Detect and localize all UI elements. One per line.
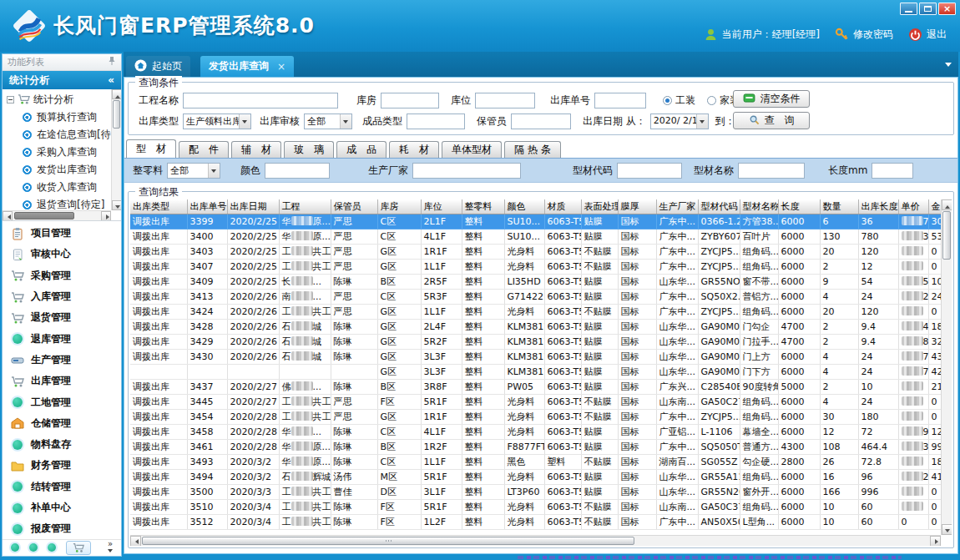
maximize-button[interactable] [919,3,937,15]
material-tab-7[interactable]: 隔 热 条 [504,141,561,158]
col-header-9[interactable]: 材质 [544,199,581,214]
sidebar-module-4[interactable]: 退货管理 [3,307,121,328]
col-header-5[interactable]: 库房 [377,199,421,214]
material-tab-3[interactable]: 玻 璃 [284,141,334,158]
table-row[interactable]: 调拨出库34072020/2/25工共工程严思G区1L1F整料光身料6063-T… [130,259,948,274]
col-header-6[interactable]: 库位 [421,199,462,214]
scroll-left-arrow[interactable] [130,536,141,546]
table-row[interactable]: 调拨出库34542020/2/28工共工程严思G区1R1F整料光身料6063-T… [130,409,948,424]
module-dot-icon[interactable] [48,543,56,552]
table-vertical-scrollbar[interactable] [941,199,952,535]
tree-item-5[interactable]: 退货查询[待定] [3,196,111,210]
col-header-2[interactable]: 出库日期 [227,199,279,214]
col-header-14[interactable]: 型材名称 [740,199,778,214]
tree-item-2[interactable]: 采购入库查询 [3,144,111,161]
table-row[interactable]: 调拨出库35102020/3/4工共工程陈琳F区5R1F整料光身料6063-T5… [130,499,948,514]
scroll-up-arrow[interactable] [112,89,121,99]
col-header-4[interactable]: 保管员 [331,199,377,214]
search-button[interactable]: 查 询 [733,112,810,129]
col-header-8[interactable]: 颜色 [504,199,544,214]
project-name-input[interactable] [183,93,338,108]
tab-home[interactable]: 起始页 [126,56,190,77]
sidebar-module-1[interactable]: 审核中心 [3,244,121,265]
product-type-input[interactable] [407,114,465,129]
tree-root-statistics[interactable]: 统计分析 [3,91,111,108]
col-header-16[interactable]: 数量 [820,199,858,214]
minimize-button[interactable] [900,3,917,15]
scroll-thumb[interactable] [142,537,634,545]
table-row[interactable]: 调拨出库34132020/2/26南...严思C区5R3F整料G71422606… [130,289,948,304]
sidebar-module-2[interactable]: 采购管理 [3,265,121,286]
table-row[interactable]: 调拨出库34032020/2/25工共工程严思G区1R1F整料光身料6063-T… [130,244,948,259]
tree-item-0[interactable]: 预算执行查询 [3,108,111,126]
table-row[interactable]: 调拨出库34942020/3/2石辉城汤伟M区5R1F整料光身料6063-T5贴… [130,469,948,484]
table-row[interactable]: 调拨出库34282020/2/26石城陈琳G区2L4F整料KLM38176063… [130,319,948,334]
date-from-select[interactable]: 2020/ 2/16 [650,114,709,129]
material-tab-4[interactable]: 成 品 [336,141,387,158]
table-row[interactable]: G区3L3F整料KLM38176063-T5贴膜国标山东华...GA90M09.… [130,364,948,379]
col-header-15[interactable]: 长度 [778,199,820,214]
tree-item-1[interactable]: 在途信息查询[待 [3,126,111,144]
tree-horizontal-scrollbar[interactable] [3,210,111,220]
scroll-right-arrow[interactable] [101,211,111,221]
col-header-18[interactable]: 单价 [898,199,928,214]
clear-conditions-button[interactable]: 清空条件 [733,90,810,108]
scroll-up-arrow[interactable] [942,199,952,210]
table-row[interactable]: 调拨出库34582020/2/28华...陈琳C区4L1F整料光身料6063-T… [130,424,948,439]
col-header-13[interactable]: 型材代码 [698,199,740,214]
sidebar-module-3[interactable]: 入库管理 [3,286,121,307]
material-tab-6[interactable]: 单体型材 [442,141,502,158]
tree-vertical-scrollbar[interactable] [111,89,121,210]
profile-code-input[interactable] [617,163,682,179]
logout-button[interactable]: 退出 [908,28,947,42]
scroll-down-arrow[interactable] [112,200,121,210]
tree-item-4[interactable]: 收货入库查询 [3,179,111,196]
maker-input[interactable] [412,163,521,179]
table-row[interactable]: 调拨出库34452020/2/27工共工程严思F区5R1F整料光身料6063-T… [130,394,948,409]
table-row[interactable]: 调拨出库34292020/2/26石城陈琳G区5R2F整料KLM38176063… [130,334,948,349]
col-header-12[interactable]: 生产厂家 [656,199,698,214]
col-header-3[interactable]: 工程 [279,199,331,214]
col-header-17[interactable]: 出库长度 [858,199,898,214]
table-horizontal-scrollbar[interactable] [130,535,941,546]
scroll-down-arrow[interactable] [942,524,952,535]
tree-item-3[interactable]: 发货出库查询 [3,161,111,179]
section-header-statistics[interactable]: 统计分析 « [3,71,121,89]
close-button[interactable]: × [938,3,956,15]
sidebar-module-14[interactable]: 报废管理 [3,518,121,539]
profile-name-input[interactable] [738,163,805,179]
scroll-thumb[interactable] [113,100,120,129]
scroll-right-arrow[interactable] [930,536,941,546]
radio-gongzhuang[interactable]: 工装 [663,93,695,108]
color-input[interactable] [265,163,330,179]
sidebar-module-7[interactable]: 出库管理 [3,371,121,391]
change-password-button[interactable]: 修改密码 [835,28,893,42]
tab-list-dropdown-icon[interactable] [945,63,952,70]
col-header-11[interactable]: 膜厚 [618,199,656,214]
table-row[interactable]: 调拨出库34002020/2/25华原...严思C区4L1F整料SU10...6… [130,229,948,244]
scroll-thumb[interactable] [942,211,951,260]
scroll-thumb[interactable] [14,212,74,219]
table-row[interactable]: 调拨出库34932020/3/2华原...陈琳C区1L1F整料黑色塑料不贴膜国标… [130,454,948,469]
module-dot-icon[interactable] [29,543,38,552]
col-header-0[interactable]: 出库类型 [130,199,187,214]
collapse-expander-icon[interactable] [7,96,14,103]
pin-icon[interactable] [108,56,116,68]
module-dot-icon[interactable] [11,543,19,552]
order-no-input[interactable] [594,93,646,108]
table-row[interactable]: 调拨出库33992020/2/25华原...严思C区2L1F整料SU10...6… [130,214,948,229]
keeper-input[interactable] [511,114,571,129]
col-header-7[interactable]: 整零料 [462,199,504,214]
table-row[interactable]: 调拨出库34302020/2/26石城陈琳G区3L3F整料KLM38176063… [130,349,948,364]
material-tab-5[interactable]: 耗 材 [389,141,439,158]
outbound-type-select[interactable]: 生产领料出库 [183,114,251,129]
collapse-icon[interactable]: « [108,74,114,86]
whole-part-select[interactable]: 全部 [167,163,220,179]
length-input[interactable] [872,163,913,179]
sidebar-module-10[interactable]: 物料盘存 [3,434,121,455]
outbound-audit-select[interactable]: 全部 [304,114,352,129]
sidebar-module-13[interactable]: 补单中心 [3,497,121,518]
col-header-1[interactable]: 出库单号 [187,199,227,214]
sidebar-module-9[interactable]: 仓储管理 [3,413,121,434]
material-tab-0[interactable]: 型 材 [126,139,176,158]
